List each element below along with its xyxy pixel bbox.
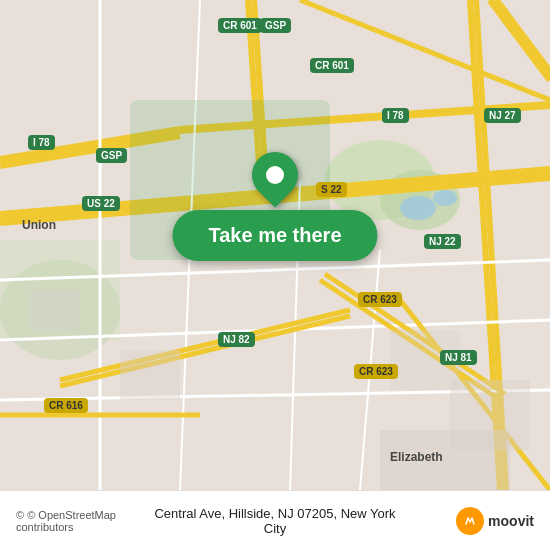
road-badge-cr623-bot: CR 623 bbox=[354, 364, 398, 379]
location-pin bbox=[252, 152, 298, 198]
road-badge-gsp-top: GSP bbox=[260, 18, 291, 33]
road-badge-i78-right: I 78 bbox=[382, 108, 409, 123]
copyright-text: © © OpenStreetMap contributors bbox=[16, 509, 141, 533]
svg-rect-32 bbox=[30, 290, 80, 330]
road-badge-nj82: NJ 82 bbox=[218, 332, 255, 347]
road-badge-nj27: NJ 27 bbox=[484, 108, 521, 123]
road-badge-cr623-top: CR 623 bbox=[358, 292, 402, 307]
road-badge-cr601-top: CR 601 bbox=[218, 18, 262, 33]
road-badge-gsp-mid: GSP bbox=[96, 148, 127, 163]
elizabeth-label: Elizabeth bbox=[390, 450, 443, 464]
bottom-bar: © © OpenStreetMap contributors Central A… bbox=[0, 490, 550, 550]
road-badge-cr616: CR 616 bbox=[44, 398, 88, 413]
road-badge-nj81: NJ 81 bbox=[440, 350, 477, 365]
road-badge-cr601-mid: CR 601 bbox=[310, 58, 354, 73]
road-badge-s22: S 22 bbox=[316, 182, 347, 197]
moovit-logo: moovit bbox=[410, 507, 535, 535]
union-label: Union bbox=[22, 218, 56, 232]
road-badge-i78: I 78 bbox=[28, 135, 55, 150]
svg-point-5 bbox=[400, 196, 436, 220]
moovit-text: moovit bbox=[488, 513, 534, 529]
road-badge-us22: US 22 bbox=[82, 196, 120, 211]
moovit-logo-icon bbox=[456, 507, 484, 535]
address-label: Central Ave, Hillside, NJ 07205, New Yor… bbox=[151, 506, 400, 536]
take-me-there-button[interactable]: Take me there bbox=[172, 210, 377, 261]
map-view: CR 601 GSP CR 601 I 78 GSP US 22 S 22 NJ… bbox=[0, 0, 550, 490]
road-badge-nj22: NJ 22 bbox=[424, 234, 461, 249]
copyright-label: © OpenStreetMap contributors bbox=[16, 509, 116, 533]
svg-rect-33 bbox=[120, 350, 180, 400]
svg-point-6 bbox=[433, 190, 457, 206]
